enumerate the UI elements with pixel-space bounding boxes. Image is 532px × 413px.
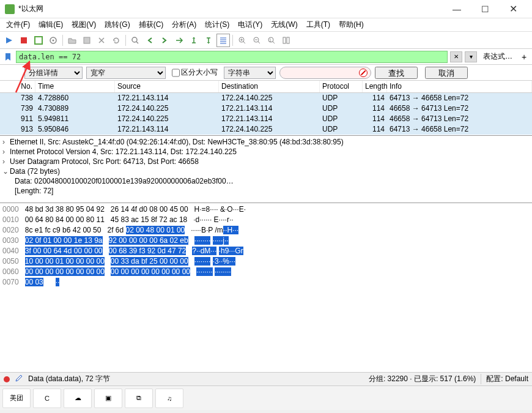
find-icon[interactable] (128, 34, 142, 47)
packet-list-body[interactable]: 7384.728860172.21.143.114172.24.140.225U… (0, 93, 532, 136)
col-protocol[interactable]: Protocol (320, 81, 363, 92)
menu-capture[interactable]: 捕获(C) (135, 18, 168, 31)
detail-data[interactable]: Data (72 bytes) (10, 167, 60, 176)
menu-view[interactable]: 视图(V) (68, 18, 100, 31)
taskbar-item[interactable]: ☁ (64, 389, 92, 408)
hex-row[interactable]: 0040 3f 00 00 64 4d 00 00 00 00 68 39 f3… (2, 246, 530, 256)
menu-bar: 文件(F) 编辑(E) 视图(V) 跳转(G) 捕获(C) 分析(A) 统计(S… (0, 18, 532, 32)
taskbar-item[interactable]: 美团 (2, 389, 31, 408)
packet-list: No. Time Source Destination Protocol Len… (0, 81, 532, 136)
clear-filter-button[interactable]: ✕ (450, 51, 462, 62)
hex-row[interactable]: 0050 10 00 00 01 00 00 00 00 00 33 da bf… (2, 256, 530, 267)
svg-rect-1 (21, 37, 27, 43)
cancel-button[interactable]: 取消 (425, 67, 468, 79)
autoscroll-icon[interactable] (216, 34, 230, 47)
bookmark-filter-icon[interactable] (2, 51, 13, 62)
find-button[interactable]: 查找 (375, 67, 418, 79)
packet-list-header: No. Time Source Destination Protocol Len… (0, 81, 532, 93)
menu-go[interactable]: 跳转(G) (101, 18, 133, 31)
save-icon[interactable] (80, 34, 94, 47)
expert-info-icon[interactable] (4, 376, 10, 382)
svg-line-13 (243, 42, 245, 43)
hex-row[interactable]: 0030 02 0f 01 00 00 1e 13 9a 92 00 00 00… (2, 236, 530, 246)
open-icon[interactable] (65, 34, 79, 47)
packet-details[interactable]: ›Ethernet II, Src: AsustekC_14:4f:d0 (04… (0, 136, 532, 203)
stop-capture-icon[interactable] (17, 34, 31, 47)
svg-point-4 (53, 39, 54, 41)
go-forward-icon[interactable] (158, 34, 171, 47)
menu-edit[interactable]: 编辑(E) (35, 18, 67, 31)
add-filter-button[interactable]: + (519, 52, 530, 62)
table-row[interactable]: 7394.730889172.24.140.225172.21.143.114U… (0, 103, 532, 114)
col-info[interactable]: Info (387, 81, 532, 92)
status-profile[interactable]: 配置: Default (481, 374, 528, 384)
taskbar-item[interactable]: C (33, 389, 61, 408)
go-last-icon[interactable] (202, 34, 215, 47)
restart-capture-icon[interactable] (32, 34, 45, 47)
search-width-select[interactable]: 宽窄 (86, 67, 166, 79)
start-capture-icon[interactable] (2, 34, 16, 47)
zoom-reset-icon[interactable]: 1 (265, 34, 278, 47)
table-row[interactable]: 9135.950846172.21.143.114172.24.140.225U… (0, 124, 532, 135)
search-type-select[interactable]: 字符串 (224, 67, 276, 79)
apply-filter-dropdown[interactable]: ▾ (465, 51, 477, 62)
taskbar-item[interactable]: ⧉ (125, 389, 153, 408)
case-sensitive-checkbox[interactable]: 区分大小写 (169, 67, 220, 79)
resize-columns-icon[interactable] (279, 34, 293, 47)
close-file-icon[interactable] (95, 34, 108, 47)
menu-file[interactable]: 文件(F) (2, 18, 34, 31)
hex-row[interactable]: 0000 48 bd 3d 38 80 95 04 92 26 14 4f d0… (2, 204, 530, 215)
svg-point-6 (132, 37, 137, 42)
display-filter-bar: ✕ ▾ 表达式… + (0, 49, 532, 65)
detail-ethernet[interactable]: Ethernet II, Src: AsustekC_14:4f:d0 (04:… (10, 138, 344, 146)
svg-line-20 (273, 42, 275, 43)
svg-line-7 (136, 42, 138, 43)
go-first-icon[interactable] (187, 34, 201, 47)
search-input[interactable] (279, 67, 371, 79)
detail-ip[interactable]: Internet Protocol Version 4, Src: 172.21… (10, 147, 237, 156)
svg-marker-0 (6, 37, 12, 43)
reload-icon[interactable] (109, 34, 123, 47)
detail-udp[interactable]: User Datagram Protocol, Src Port: 64713,… (10, 157, 199, 166)
maximize-button[interactable]: ☐ (471, 0, 499, 18)
hex-view[interactable]: 0000 48 bd 3d 38 80 95 04 92 26 14 4f d0… (0, 203, 532, 372)
col-length[interactable]: Length (363, 81, 387, 92)
col-source[interactable]: Source (115, 81, 219, 92)
detail-data-length[interactable]: [Length: 72] (15, 187, 53, 195)
hex-row[interactable]: 0020 8c e1 fc c9 b6 42 00 50 2f 6d 02 00… (2, 225, 530, 236)
minimize-button[interactable]: — (443, 0, 471, 18)
svg-line-17 (258, 42, 260, 43)
expression-button[interactable]: 表达式… (479, 51, 516, 62)
taskbar-item[interactable]: ♫ (155, 389, 183, 408)
menu-help[interactable]: 帮助(H) (335, 18, 368, 31)
table-row[interactable]: 9115.949811172.24.140.225172.21.143.114U… (0, 114, 532, 124)
svg-text:1: 1 (269, 38, 272, 42)
go-to-icon[interactable] (172, 34, 186, 47)
menu-telephony[interactable]: 电话(Y) (234, 18, 266, 31)
detail-data-bytes[interactable]: Data: 020048000100020f0100001e139a920000… (15, 177, 234, 185)
hex-row[interactable]: 0010 00 64 80 84 00 00 80 11 45 83 ac 15… (2, 215, 530, 225)
options-icon[interactable] (46, 34, 60, 47)
search-in-select[interactable]: 分组详情 (24, 67, 83, 79)
menu-wireless[interactable]: 无线(W) (267, 18, 301, 31)
go-back-icon[interactable] (143, 34, 157, 47)
col-destination[interactable]: Destination (219, 81, 320, 92)
edit-icon[interactable] (15, 374, 23, 384)
zoom-out-icon[interactable] (250, 34, 264, 47)
col-time[interactable]: Time (35, 81, 115, 92)
close-button[interactable]: ✕ (499, 0, 527, 18)
hex-row[interactable]: 0060 00 00 00 00 00 00 00 00 00 00 00 00… (2, 267, 530, 277)
menu-tools[interactable]: 工具(T) (303, 18, 334, 31)
zoom-in-icon[interactable] (235, 34, 249, 47)
app-icon (5, 4, 15, 14)
hex-row[interactable]: 0070 00 03 ·· (2, 277, 530, 288)
separator (62, 35, 63, 46)
col-number[interactable]: No. (0, 81, 35, 92)
display-filter-input[interactable] (16, 51, 448, 63)
taskbar-item[interactable]: ▣ (94, 389, 122, 408)
table-row[interactable]: 7384.728860172.21.143.114172.24.140.225U… (0, 93, 532, 103)
menu-analyze[interactable]: 分析(A) (168, 18, 200, 31)
svg-rect-2 (35, 37, 42, 44)
find-bar: 分组详情 宽窄 区分大小写 字符串 查找 取消 (0, 65, 532, 81)
menu-stats[interactable]: 统计(S) (201, 18, 233, 31)
